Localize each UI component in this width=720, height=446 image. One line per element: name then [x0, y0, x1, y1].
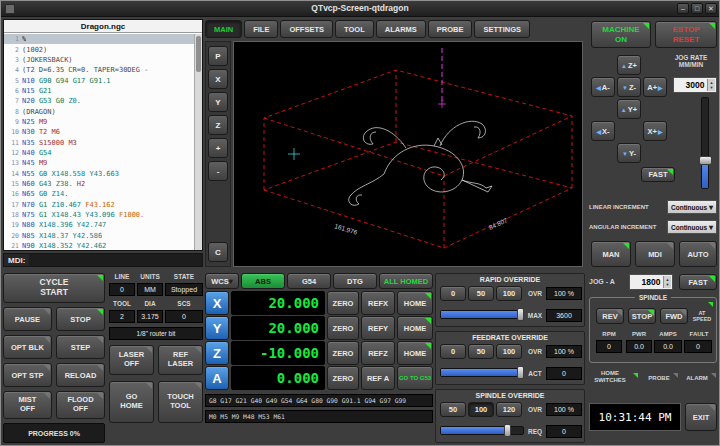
laser-toggle-button[interactable]: LASER OFF — [109, 345, 154, 375]
gcode-line[interactable]: 11N35 S15000 M3 — [4, 137, 194, 147]
g54-button[interactable]: G54 — [287, 273, 331, 289]
jog-fast-button[interactable]: FAST — [641, 167, 675, 182]
axis-x-button[interactable]: X — [205, 291, 229, 315]
gcode-line[interactable]: 17N70 G1 Z10.467 F43.162 — [4, 200, 194, 210]
rapid-0-button[interactable]: 0 — [440, 286, 466, 301]
jog-a-minus-button[interactable]: A- — [591, 77, 615, 97]
feed-0-button[interactable]: 0 — [440, 344, 466, 359]
jog-a-plus-button[interactable]: A+ — [643, 77, 667, 97]
spinner-arrows-icon[interactable] — [663, 276, 671, 288]
gcode-line[interactable]: 6N15 G21 — [4, 86, 194, 96]
view-perspective-button[interactable]: P — [208, 46, 228, 66]
gcode-line[interactable]: 4(T2 D=6.35 CR=0. TAPER=30DEG - — [4, 65, 194, 75]
spindle-stop-button[interactable]: STOP — [628, 308, 656, 324]
ref-z-button[interactable]: REFZ — [361, 341, 395, 365]
flood-button[interactable]: FLOOD OFF — [56, 391, 105, 419]
dtg-button[interactable]: DTG — [333, 273, 377, 289]
spindle-override-slider[interactable] — [440, 426, 524, 435]
ref-x-button[interactable]: REFX — [361, 291, 395, 315]
gcode-line[interactable]: 2(1002) — [4, 44, 194, 54]
mist-button[interactable]: MIST OFF — [3, 391, 52, 419]
angular-increment-combo[interactable]: Continuous — [667, 220, 717, 234]
feed-100-button[interactable]: 100 — [496, 344, 522, 359]
jog-z-plus-button[interactable]: Z+ — [617, 55, 641, 75]
linear-increment-combo[interactable]: Continuous — [667, 200, 717, 214]
jog-y-plus-button[interactable]: Y+ — [617, 99, 641, 119]
view-y-button[interactable]: Y — [208, 92, 228, 112]
gcode-line[interactable]: 12N40 G54 — [4, 148, 194, 158]
optional-stop-button[interactable]: OPT STP — [3, 363, 52, 387]
pause-button[interactable]: PAUSE — [3, 307, 52, 331]
touch-tool-button[interactable]: TOUCH TOOL — [158, 381, 203, 423]
gcode-line[interactable]: 20N85 X148.37 Y42.586 — [4, 231, 194, 241]
slider-thumb[interactable] — [517, 308, 524, 321]
rapid-50-button[interactable]: 50 — [468, 286, 494, 301]
goto-g53-button[interactable]: GO TO G53 — [397, 366, 433, 390]
home-z-button[interactable]: HOME — [397, 341, 433, 365]
zero-x-button[interactable]: ZERO — [327, 291, 359, 315]
mode-auto-button[interactable]: AUTO — [679, 241, 717, 267]
preview-viewport[interactable]: 161.976 84.807 — [233, 41, 583, 267]
zoom-out-button[interactable]: - — [208, 161, 228, 181]
gcode-line[interactable]: 18N75 G1 X148.43 Y43.096 F1000. — [4, 210, 194, 220]
jog-z-minus-button[interactable]: Z- — [617, 77, 641, 97]
jog-rate-spinbox[interactable]: 3000 — [673, 77, 717, 93]
tab-settings[interactable]: SETTINGS — [474, 20, 530, 38]
step-button[interactable]: STEP — [56, 335, 105, 359]
close-button[interactable]: ✕ — [705, 3, 717, 14]
gcode-line[interactable]: 10N30 T2 M6 — [4, 127, 194, 137]
rapid-override-slider[interactable] — [440, 310, 524, 319]
optional-block-button[interactable]: OPT BLK — [3, 335, 52, 359]
slider-thumb[interactable] — [504, 424, 511, 437]
jog-y-minus-button[interactable]: Y- — [617, 143, 641, 163]
home-y-button[interactable]: HOME — [397, 316, 433, 340]
jog-x-plus-button[interactable]: X+ — [643, 121, 667, 141]
gcode-line[interactable]: 9N25 M9 — [4, 117, 194, 127]
gcode-line[interactable]: 14N55 G0 X148.558 Y43.663 — [4, 168, 194, 178]
gcode-line[interactable]: 8(DRAGON) — [4, 106, 194, 116]
ref-y-button[interactable]: REFY — [361, 316, 395, 340]
machine-on-button[interactable]: MACHINE ON — [591, 21, 651, 48]
wcs-dropdown[interactable]: WCS — [205, 273, 239, 289]
spindle-120-button[interactable]: 120 — [496, 402, 522, 417]
spindle-50-button[interactable]: 50 — [440, 402, 466, 417]
feed-50-button[interactable]: 50 — [468, 344, 494, 359]
mode-mdi-button[interactable]: MDI — [635, 241, 675, 267]
axis-z-button[interactable]: Z — [205, 341, 229, 365]
axis-y-button[interactable]: Y — [205, 316, 229, 340]
tab-probe[interactable]: PROBE — [428, 20, 473, 38]
zoom-in-button[interactable]: + — [208, 138, 228, 158]
view-z-button[interactable]: Z — [208, 115, 228, 135]
ref-laser-button[interactable]: REF LASER — [158, 345, 203, 375]
maximize-button[interactable]: □ — [691, 3, 703, 14]
gcode-line[interactable]: 19N80 X148.396 Y42.747 — [4, 220, 194, 230]
tab-main[interactable]: MAIN — [205, 20, 242, 38]
gcode-line[interactable]: 3(JOKERSBACK) — [4, 55, 194, 65]
gcode-line[interactable]: 16N65 G0 Z14. — [4, 189, 194, 199]
stop-button[interactable]: STOP — [56, 307, 105, 331]
gcode-line[interactable]: 5N10 G90 G94 G17 G91.1 — [4, 75, 194, 85]
minimize-button[interactable]: – — [677, 3, 689, 14]
spindle-100-button[interactable]: 100 — [468, 402, 494, 417]
jog-x-minus-button[interactable]: X- — [591, 121, 615, 141]
jog-a-fast-button[interactable]: FAST — [679, 274, 717, 290]
spindle-rev-button[interactable]: REV — [596, 308, 624, 324]
abs-button[interactable]: ABS — [241, 273, 285, 289]
mdi-input[interactable] — [29, 254, 202, 266]
gcode-line[interactable]: 21N90 X148.352 Y42.462 — [4, 241, 194, 250]
clear-plot-button[interactable]: C — [208, 242, 228, 262]
go-home-button[interactable]: GO HOME — [109, 381, 154, 423]
gcode-line[interactable]: 13N45 M9 — [4, 158, 194, 168]
estop-reset-button[interactable]: ESTOP RESET — [655, 21, 717, 48]
exit-button[interactable]: EXIT — [685, 403, 717, 431]
slider-thumb[interactable] — [517, 366, 524, 379]
view-x-button[interactable]: X — [208, 69, 228, 89]
gcode-line[interactable]: 1% — [4, 34, 194, 44]
ref-a-button[interactable]: REF A — [361, 366, 395, 390]
tab-tool[interactable]: TOOL — [335, 20, 374, 38]
rapid-100-button[interactable]: 100 — [496, 286, 522, 301]
zero-a-button[interactable]: ZERO — [327, 366, 359, 390]
spindle-fwd-button[interactable]: FWD — [660, 308, 688, 324]
axis-a-button[interactable]: A — [205, 366, 229, 390]
tab-file[interactable]: FILE — [244, 20, 278, 38]
